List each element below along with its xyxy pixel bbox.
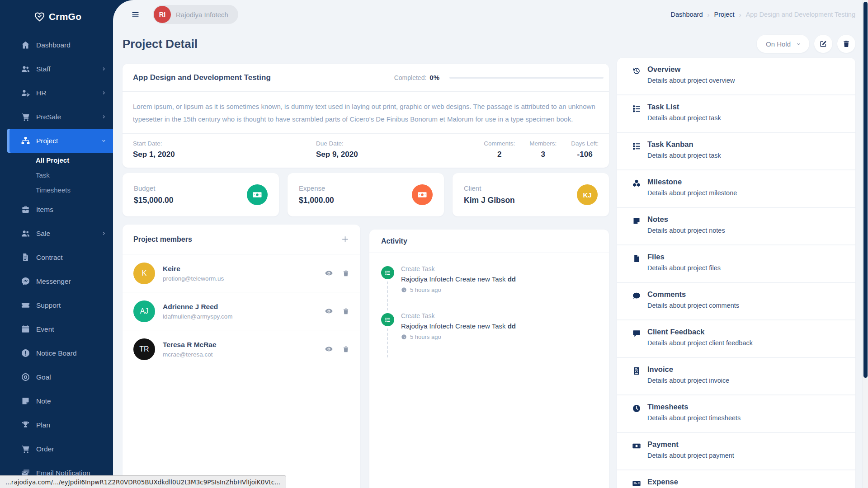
page-scrollbar [863,0,868,488]
trophy-icon [21,420,30,430]
days-left-label: Days Left: [571,140,599,147]
sidebar-subitem-all-project[interactable]: All Project [0,153,113,168]
expense-card: Expense $1,000.00 [288,173,444,216]
breadcrumb-item-dashboard[interactable]: Dashboard [671,11,703,18]
sidebar-item-project[interactable]: Project [7,129,113,153]
sidebar-item-hr[interactable]: HR [0,81,113,105]
file-contract-icon [21,253,30,262]
section-subtitle: Details about project milestone [647,189,737,197]
section-link-client-feedback[interactable]: Client FeedbackDetails about project cli… [617,320,855,358]
section-title: Payment [647,440,734,449]
sidebar-item-plan[interactable]: Plan [0,413,113,437]
activity-entry: Create TaskRajodiya Infotech Create new … [381,265,600,312]
section-link-files[interactable]: FilesDetails about project files [617,245,855,283]
sidebar-item-label: Order [36,445,105,453]
section-link-task-kanban[interactable]: Task KanbanDetails about project task [617,133,855,170]
cart-icon [21,112,30,122]
sidebar-item-note[interactable]: Note [0,389,113,413]
sidebar-item-items[interactable]: Items [0,197,113,221]
activity-type: Create Task [401,312,600,319]
sidebar-item-messenger[interactable]: Messenger [0,269,113,293]
messenger-icon [21,277,30,286]
section-subtitle: Details about project payment [647,452,734,459]
members-count: 3 [529,150,557,159]
users-icon [21,229,30,238]
section-title: Invoice [647,365,729,374]
sidebar-item-contract[interactable]: Contract [0,245,113,269]
section-link-expense[interactable]: ExpenseDetails about project expense [617,470,855,488]
remove-member-icon[interactable] [342,346,349,353]
sidebar-item-label: Items [36,206,105,214]
sidebar-subitem-timesheets[interactable]: Timesheets [0,183,113,197]
briefcase-icon [21,205,30,214]
money-bill-icon [252,190,262,200]
money-bill-icon [632,441,641,450]
chevron-right-icon [101,230,107,236]
activity-card: Activity Create TaskRajodiya Infotech Cr… [369,230,609,488]
company-name: Rajodiya Infotech [176,11,228,19]
sidebar-item-label: Contract [36,253,105,262]
client-label: Client [464,184,515,192]
comments-count: 2 [484,150,515,159]
section-subtitle: Details about project files [647,264,721,272]
sidebar-item-dashboard[interactable]: Dashboard [0,33,113,57]
sidebar-item-label: Project [36,137,101,145]
expense-money-icon [412,184,433,205]
activity-text: Rajodiya Infotech Create new Task dd [401,322,600,330]
section-link-overview[interactable]: OverviewDetails about project overview [617,58,855,95]
add-member-icon[interactable] [341,235,349,244]
project-status-dropdown[interactable]: On Hold [757,35,809,53]
sidebar-item-order[interactable]: Order [0,437,113,461]
member-info: Teresa R McRaemcrae@teresa.cot [163,341,217,358]
project-name: App Design and Development Testing [133,73,394,82]
remove-member-icon[interactable] [342,270,349,277]
member-avatar: AJ [133,300,155,322]
view-member-icon[interactable] [325,307,333,315]
view-member-icon[interactable] [325,269,333,277]
due-date-label: Due Date: [316,140,469,147]
breadcrumb-item-project[interactable]: Project [714,11,735,18]
sidebar-item-staff[interactable]: Staff [0,57,113,81]
expense-label: Expense [299,184,334,192]
menu-toggle-icon[interactable] [130,10,141,19]
sidebar-item-goal[interactable]: Goal [0,365,113,389]
section-subtitle: Details about project comments [647,302,739,309]
project-status-label: On Hold [766,40,791,48]
project-description: Lorem ipsum, or lipsum as it is sometime… [123,92,609,133]
remove-member-icon[interactable] [342,308,349,315]
company-switcher[interactable]: RI Rajodiya Infotech [153,5,238,24]
sidebar-item-event[interactable]: Event [0,317,113,341]
activity-text-bold: dd [508,322,516,330]
completion-progress-bar [449,77,604,79]
edit-project-button[interactable] [814,35,832,53]
tasks-icon [385,317,391,323]
sidebar-item-label: HR [36,89,101,97]
member-name: Adrienne J Reed [163,303,233,311]
exclamation-circle-icon [21,348,30,358]
section-subtitle: Details about project notes [647,227,725,234]
sidebar-item-notice-board[interactable]: Notice Board [0,341,113,365]
delete-project-button[interactable] [837,35,855,53]
section-link-invoice[interactable]: InvoiceDetails about project invoice [617,358,855,395]
sidebar-subitem-task[interactable]: Task [0,168,113,183]
section-link-milestone[interactable]: MilestoneDetails about project milestone [617,170,855,208]
section-title: Comments [647,290,739,299]
section-link-timesheets[interactable]: TimesheetsDetails about project timeshee… [617,395,855,433]
project-sections-panel: OverviewDetails about project overviewTa… [617,58,855,488]
view-member-icon[interactable] [325,345,333,353]
section-title: Milestone [647,178,737,186]
activity-time-text: 5 hours ago [410,333,441,340]
section-link-notes[interactable]: NotesDetails about project notes [617,208,855,245]
sidebar-item-support[interactable]: Support [0,293,113,317]
stats-row: Budget $15,000.00 Expense $1,000.00 [123,173,609,216]
section-title: Task List [647,103,721,111]
sidebar-item-presale[interactable]: PreSale [0,105,113,129]
history-icon [632,66,641,75]
section-link-task-list[interactable]: Task ListDetails about project task [617,95,855,133]
section-link-payment[interactable]: PaymentDetails about project payment [617,433,855,470]
sidebar-submenu: All ProjectTaskTimesheets [0,153,113,197]
scrollbar-thumb[interactable] [863,2,868,378]
sidebar-item-sale[interactable]: Sale [0,221,113,245]
section-link-comments[interactable]: CommentsDetails about project comments [617,283,855,320]
app-logo[interactable]: CrmGo [0,0,113,33]
